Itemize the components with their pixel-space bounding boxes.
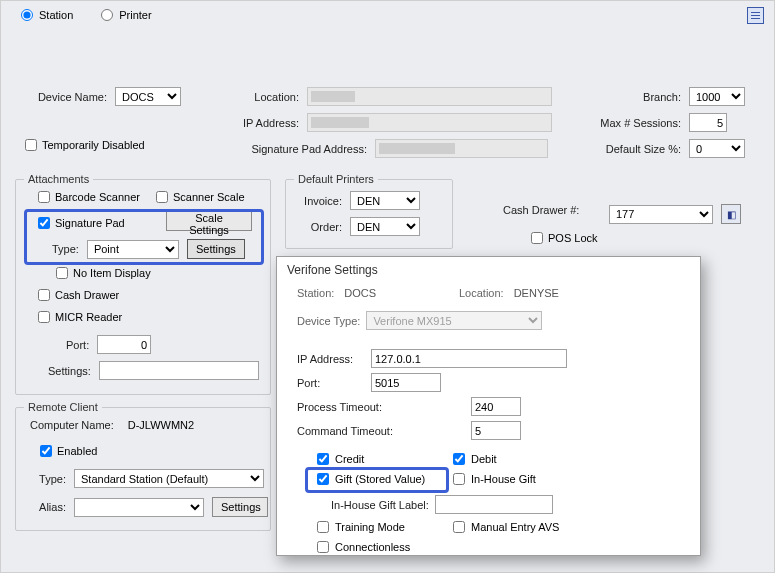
credit-checkbox[interactable] <box>317 453 329 465</box>
micr-checkbox[interactable] <box>38 311 50 323</box>
ip-label: IP Address: <box>239 117 299 129</box>
remote-client-legend: Remote Client <box>24 401 102 413</box>
invoice-select[interactable]: DEN <box>350 191 420 210</box>
popup-station-label: Station: <box>297 287 334 299</box>
verifone-title: Verifone Settings <box>277 257 700 283</box>
remote-alias-label: Alias: <box>30 501 66 513</box>
training-checkbox[interactable] <box>317 521 329 533</box>
inhouse-gift-label: In-House Gift <box>471 473 536 485</box>
invoice-label: Invoice: <box>298 195 342 207</box>
no-item-display-checkbox[interactable] <box>56 267 68 279</box>
attach-settings-input[interactable] <box>99 361 259 380</box>
popup-location-value: DENYSE <box>514 287 559 299</box>
remote-type-select[interactable]: Standard Station (Default) <box>74 469 264 488</box>
training-label: Training Mode <box>335 521 405 533</box>
sig-addr-label: Signature Pad Address: <box>207 143 367 155</box>
station-config-panel: Station Printer Device Name: DOCS Locati… <box>0 0 775 573</box>
device-mode-radios: Station Printer <box>21 9 152 21</box>
remote-type-label: Type: <box>30 473 66 485</box>
temp-disabled-label: Temporarily Disabled <box>42 139 145 151</box>
pos-lock-label: POS Lock <box>548 232 598 244</box>
gift-checkbox[interactable] <box>317 473 329 485</box>
default-size-label: Default Size %: <box>579 143 681 155</box>
default-size-select[interactable]: 0 <box>689 139 745 158</box>
popup-device-type-label: Device Type: <box>297 315 360 327</box>
port-input[interactable] <box>97 335 151 354</box>
popup-process-timeout-input[interactable] <box>471 397 521 416</box>
credit-label: Credit <box>335 453 364 465</box>
remote-enabled-checkbox[interactable] <box>40 445 52 457</box>
sig-type-select[interactable]: Point <box>87 240 179 259</box>
gift-label: Gift (Stored Value) <box>335 473 425 485</box>
pos-lock-checkbox[interactable] <box>531 232 543 244</box>
signature-pad-checkbox[interactable] <box>38 217 50 229</box>
manual-avs-label: Manual Entry AVS <box>471 521 559 533</box>
scanner-scale-label: Scanner Scale <box>173 191 245 203</box>
inhouse-gift-checkbox[interactable] <box>453 473 465 485</box>
location-field <box>307 87 552 106</box>
branch-select[interactable]: 1000 <box>689 87 745 106</box>
popup-command-timeout-input[interactable] <box>471 421 521 440</box>
popup-station-value: DOCS <box>344 287 376 299</box>
popup-command-timeout-label: Command Timeout: <box>297 425 465 437</box>
printer-radio-label: Printer <box>119 9 151 21</box>
order-select[interactable]: DEN <box>350 217 420 236</box>
sig-addr-field <box>375 139 548 158</box>
sig-type-label: Type: <box>52 243 79 255</box>
attachments-legend: Attachments <box>24 173 93 185</box>
popup-port-input[interactable] <box>371 373 441 392</box>
max-sessions-input[interactable] <box>689 113 727 132</box>
remote-client-fieldset: Remote Client Computer Name: D-JLWWMN2 E… <box>15 401 271 531</box>
attachments-fieldset: Attachments Barcode Scanner Scanner Scal… <box>15 173 271 395</box>
temp-disabled-checkbox[interactable] <box>25 139 37 151</box>
popup-ip-input[interactable] <box>371 349 567 368</box>
micr-label: MICR Reader <box>55 311 122 323</box>
remote-settings-button[interactable]: Settings <box>212 497 268 517</box>
inhouse-gift-input[interactable] <box>435 495 553 514</box>
debit-checkbox[interactable] <box>453 453 465 465</box>
ip-field <box>307 113 552 132</box>
popup-ip-label: IP Address: <box>297 353 365 365</box>
cash-drawer-num-select[interactable]: 177 <box>609 205 713 224</box>
popup-process-timeout-label: Process Timeout: <box>297 401 465 413</box>
device-name-select[interactable]: DOCS <box>115 87 181 106</box>
printer-radio[interactable]: Printer <box>101 9 151 21</box>
port-label: Port: <box>66 339 89 351</box>
station-radio-label: Station <box>39 9 73 21</box>
cash-drawer-num-label: Cash Drawer #: <box>503 204 579 216</box>
connectionless-checkbox[interactable] <box>317 541 329 553</box>
order-label: Order: <box>298 221 342 233</box>
computer-name-value: D-JLWWMN2 <box>128 419 194 431</box>
verifone-settings-dialog: Verifone Settings Station: DOCS Location… <box>276 256 701 556</box>
manual-avs-checkbox[interactable] <box>453 521 465 533</box>
computer-name-label: Computer Name: <box>30 419 114 431</box>
popup-port-label: Port: <box>297 377 365 389</box>
barcode-label: Barcode Scanner <box>55 191 140 203</box>
connectionless-label: Connectionless <box>335 541 410 553</box>
debit-label: Debit <box>471 453 497 465</box>
default-printers-fieldset: Default Printers Invoice: DEN Order: DEN <box>285 173 453 249</box>
remote-enabled-label: Enabled <box>57 445 97 457</box>
remote-alias-select[interactable] <box>74 498 204 517</box>
station-radio[interactable]: Station <box>21 9 73 21</box>
attach-settings-label: Settings: <box>48 365 91 377</box>
cash-drawer-checkbox[interactable] <box>38 289 50 301</box>
default-printers-legend: Default Printers <box>294 173 378 185</box>
popup-location-label: Location: <box>459 287 504 299</box>
hamburger-icon[interactable] <box>747 7 764 24</box>
location-label: Location: <box>239 91 299 103</box>
scanner-scale-checkbox[interactable] <box>156 191 168 203</box>
device-name-label: Device Name: <box>21 91 107 103</box>
popup-device-type-select: Verifone MX915 <box>366 311 542 330</box>
branch-label: Branch: <box>595 91 681 103</box>
cash-drawer-open-icon[interactable]: ◧ <box>721 204 741 224</box>
no-item-display-label: No Item Display <box>73 267 151 279</box>
sig-settings-button[interactable]: Settings <box>187 239 245 259</box>
barcode-checkbox[interactable] <box>38 191 50 203</box>
cash-drawer-label: Cash Drawer <box>55 289 119 301</box>
signature-pad-label: Signature Pad <box>55 217 125 229</box>
inhouse-gift-input-label: In-House Gift Label: <box>331 499 429 511</box>
max-sessions-label: Max # Sessions: <box>575 117 681 129</box>
